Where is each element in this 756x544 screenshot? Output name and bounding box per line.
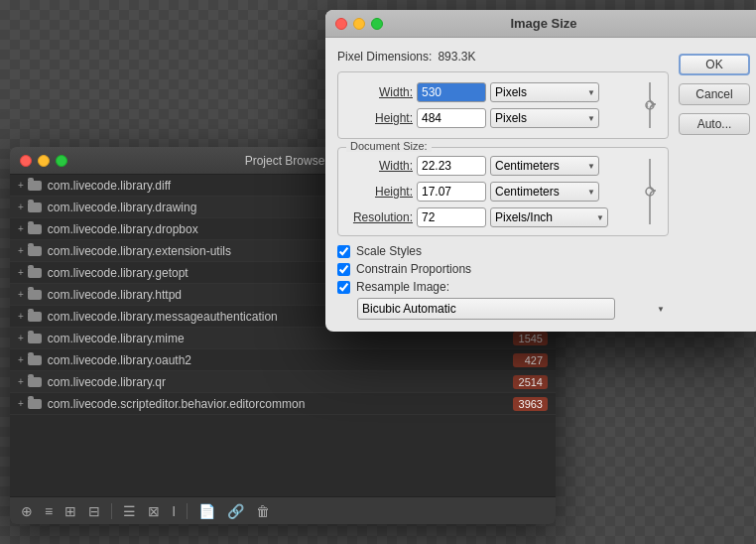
row-icon: + xyxy=(18,223,42,234)
resolution-unit-select[interactable]: Pixels/Inch Pixels/Centimeter xyxy=(490,207,608,227)
dialog-minimize-button[interactable] xyxy=(353,18,365,30)
dialog-title: Image Size xyxy=(510,16,576,31)
height-input[interactable] xyxy=(417,108,486,128)
row-icon: + xyxy=(18,398,42,409)
plus-icon: + xyxy=(18,333,24,343)
constrain-proportions-checkbox[interactable] xyxy=(337,263,350,276)
toolbar-columns-button[interactable]: ⊟ xyxy=(85,501,103,521)
folder-icon xyxy=(28,334,42,343)
plus-icon: + xyxy=(18,180,24,191)
close-button[interactable] xyxy=(20,155,32,167)
traffic-lights xyxy=(20,155,67,167)
plus-icon: + xyxy=(18,376,24,387)
dialog-traffic-lights xyxy=(335,18,383,30)
list-item[interactable]: + com.livecode.scripteditor.behavior.edi… xyxy=(10,393,556,415)
doc-height-unit-select[interactable]: Centimeters Inches Millimeters xyxy=(490,182,599,202)
resample-image-row: Resample Image: xyxy=(337,280,669,294)
resolution-label: Resolution: xyxy=(348,210,413,224)
cancel-button[interactable]: Cancel xyxy=(679,83,750,105)
doc-width-unit-wrapper: Centimeters Inches Millimeters ▼ xyxy=(490,156,599,176)
width-unit-select[interactable]: Pixels Percent xyxy=(490,82,599,102)
dialog-body: Pixel Dimensions: 893.3K Width: Pixels P xyxy=(325,38,756,332)
image-size-dialog: Image Size Pixel Dimensions: 893.3K Widt… xyxy=(325,10,756,332)
row-name: com.livecode.scripteditor.behavior.edito… xyxy=(48,397,513,411)
height-row: Height: Pixels Percent ▼ xyxy=(348,108,634,128)
scale-styles-row: Scale Styles xyxy=(337,244,669,258)
height-unit-wrapper: Pixels Percent ▼ xyxy=(490,108,599,128)
resolution-row: Resolution: Pixels/Inch Pixels/Centimete… xyxy=(348,207,634,227)
toolbar: ⊕ ≡ ⊞ ⊟ ☰ ⊠ I 📄 🔗 🗑 xyxy=(10,496,556,524)
row-icon: + xyxy=(18,180,42,191)
plus-icon: + xyxy=(18,245,24,256)
pixel-dimensions-label: Pixel Dimensions: xyxy=(337,50,432,64)
height-unit-select[interactable]: Pixels Percent xyxy=(490,108,599,128)
row-icon: + xyxy=(18,245,42,256)
constrain-proportions-row: Constrain Proportions xyxy=(337,262,669,276)
minimize-button[interactable] xyxy=(38,155,50,167)
folder-icon xyxy=(28,203,42,212)
row-name: com.livecode.library.oauth2 xyxy=(48,353,513,367)
row-icon: + xyxy=(18,311,42,322)
doc-width-input[interactable] xyxy=(417,156,486,176)
doc-width-unit-select[interactable]: Centimeters Inches Millimeters xyxy=(490,156,599,176)
toolbar-sort-button[interactable]: ≡ xyxy=(42,501,56,521)
toolbar-text-button[interactable]: I xyxy=(169,501,179,521)
doc-height-label: Height: xyxy=(348,185,413,199)
link-chain-icon xyxy=(642,80,658,130)
doc-width-label: Width: xyxy=(348,159,413,173)
plus-icon: + xyxy=(18,311,24,322)
row-icon: + xyxy=(18,267,42,278)
toolbar-link-button[interactable]: 🔗 xyxy=(224,501,247,521)
height-label: Height: xyxy=(348,111,413,125)
row-icon: + xyxy=(18,202,42,212)
folder-icon xyxy=(28,224,42,234)
plus-icon: + xyxy=(18,354,24,365)
doc-height-input[interactable] xyxy=(417,182,486,202)
list-item[interactable]: + com.livecode.library.oauth2 427 xyxy=(10,349,556,371)
plus-icon: + xyxy=(18,289,24,300)
toolbar-align-button[interactable]: ☰ xyxy=(120,501,139,521)
doc-chain-bracket xyxy=(642,157,658,226)
resample-image-label: Resample Image: xyxy=(356,280,449,294)
folder-icon xyxy=(28,181,42,191)
width-input[interactable] xyxy=(417,82,486,102)
badge: 427 xyxy=(513,353,548,367)
doc-height-unit-wrapper: Centimeters Inches Millimeters ▼ xyxy=(490,182,599,202)
resample-image-checkbox[interactable] xyxy=(337,281,350,294)
toolbar-indent-button[interactable]: ⊠ xyxy=(145,501,163,521)
dialog-close-button[interactable] xyxy=(335,18,347,30)
plus-icon: + xyxy=(18,202,24,212)
doc-width-row: Width: Centimeters Inches Millimeters ▼ xyxy=(348,156,634,176)
dialog-maximize-button[interactable] xyxy=(371,18,383,30)
row-icon: + xyxy=(18,333,42,343)
row-icon: + xyxy=(18,354,42,365)
pixel-chain-bracket xyxy=(642,80,658,130)
list-item[interactable]: + com.livecode.library.qr 2514 xyxy=(10,371,556,393)
folder-icon xyxy=(28,399,42,409)
toolbar-add-button[interactable]: ⊕ xyxy=(18,501,36,521)
document-size-label: Document Size: xyxy=(346,140,432,152)
folder-icon xyxy=(28,377,42,387)
maximize-button[interactable] xyxy=(56,155,67,167)
ok-button[interactable]: OK xyxy=(679,54,750,75)
document-size-section: Document Size: Width: Centimeters Inches… xyxy=(337,147,669,236)
dialog-buttons: OK Cancel Auto... xyxy=(679,50,750,320)
resample-method-select[interactable]: Bicubic Automatic Bicubic Bicubic Smooth… xyxy=(357,298,615,320)
folder-icon xyxy=(28,268,42,278)
toolbar-delete-button[interactable]: 🗑 xyxy=(253,501,273,521)
dialog-titlebar: Image Size xyxy=(325,10,756,38)
scale-styles-label: Scale Styles xyxy=(356,244,422,258)
auto-button[interactable]: Auto... xyxy=(679,113,750,135)
badge: 2514 xyxy=(513,375,548,389)
resolution-input[interactable] xyxy=(417,207,486,227)
toolbar-separator2 xyxy=(187,503,188,519)
resolution-unit-wrapper: Pixels/Inch Pixels/Centimeter ▼ xyxy=(490,207,608,227)
width-row: Width: Pixels Percent ▼ xyxy=(348,82,634,102)
toolbar-page-button[interactable]: 📄 xyxy=(195,501,218,521)
width-label: Width: xyxy=(348,85,413,99)
constrain-proportions-label: Constrain Proportions xyxy=(356,262,471,276)
folder-icon xyxy=(28,312,42,322)
scale-styles-checkbox[interactable] xyxy=(337,245,350,258)
toolbar-filter-button[interactable]: ⊞ xyxy=(62,501,79,521)
row-name: com.livecode.library.qr xyxy=(48,375,513,389)
